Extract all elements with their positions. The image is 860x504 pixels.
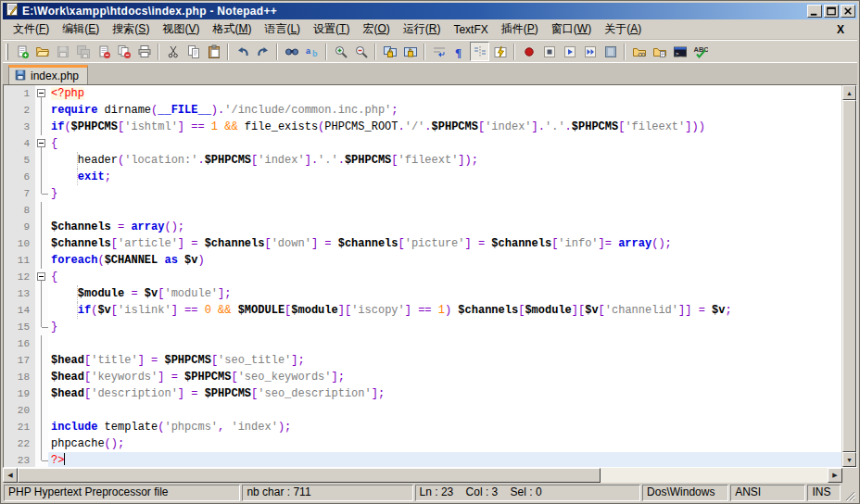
scroll-right-arrow[interactable]: ▶: [828, 468, 842, 483]
menu-item-edit[interactable]: 编辑(E): [56, 19, 106, 40]
code-line-14[interactable]: 14 if($v['islink'] == 0 && $MODULE[$modu…: [4, 302, 841, 319]
code-text[interactable]: if($PHPCMS['ishtml'] == 1 && file_exists…: [48, 119, 841, 135]
code-area[interactable]: 1<?php2require dirname(__FILE__).'/inclu…: [4, 85, 841, 467]
code-line-5[interactable]: 5 header('location:'.$PHPCMS['index'].'.…: [4, 152, 841, 169]
code-text[interactable]: if($v['islink'] == 0 && $MODULE[$module]…: [48, 302, 841, 319]
code-line-11[interactable]: 11foreach($CHANNEL as $v): [4, 252, 841, 269]
close-file-button[interactable]: [94, 42, 113, 61]
open-file-button[interactable]: [32, 42, 52, 61]
stop-macro-button[interactable]: [539, 42, 559, 61]
scroll-up-arrow[interactable]: ▲: [842, 85, 856, 100]
undo-button[interactable]: [233, 42, 252, 61]
spell-check-button[interactable]: ABC: [690, 42, 710, 61]
scroll-down-arrow[interactable]: ▼: [842, 452, 856, 467]
menu-item-about[interactable]: 关于(A): [598, 19, 648, 40]
resize-grip[interactable]: [842, 485, 855, 501]
tab-index-php[interactable]: index.php: [8, 65, 88, 84]
menu-item-window[interactable]: 窗口(W): [545, 19, 598, 40]
menubar-close-document-x[interactable]: X: [828, 23, 854, 36]
code-text[interactable]: [48, 402, 841, 419]
code-line-22[interactable]: 22phpcache();: [4, 435, 841, 452]
menu-item-language[interactable]: 语言(L): [258, 19, 307, 40]
code-line-9[interactable]: 9$channels = array();: [4, 219, 841, 235]
open-containing-folder-button[interactable]: [629, 42, 649, 61]
menu-item-plugins[interactable]: 插件(P): [495, 19, 545, 40]
menu-item-file[interactable]: 文件(F): [6, 19, 56, 40]
fold-toggle[interactable]: [35, 85, 48, 102]
code-line-21[interactable]: 21include template('phpcms', 'index');: [4, 419, 841, 435]
code-text[interactable]: $head['description'] = $PHPCMS['seo_desc…: [48, 385, 841, 402]
code-text[interactable]: [48, 335, 841, 352]
code-line-17[interactable]: 17$head['title'] = $PHPCMS['seo_title'];: [4, 352, 841, 369]
horizontal-scroll-track[interactable]: [18, 468, 828, 483]
fold-toggle[interactable]: [35, 269, 48, 285]
code-line-7[interactable]: 7}: [4, 185, 841, 202]
show-indent-guide-button[interactable]: [470, 42, 489, 61]
scroll-left-arrow[interactable]: ◀: [3, 468, 18, 483]
code-line-12[interactable]: 12{: [4, 269, 841, 285]
code-text[interactable]: ?>: [48, 452, 841, 467]
code-line-4[interactable]: 4{: [4, 135, 841, 152]
code-text[interactable]: }: [48, 185, 841, 202]
vertical-scroll-track[interactable]: [842, 100, 856, 452]
print-button[interactable]: [134, 42, 154, 61]
record-macro-button[interactable]: [519, 42, 538, 61]
code-line-16[interactable]: 16: [4, 335, 841, 352]
open-document-folder-button[interactable]: [650, 42, 669, 61]
maximize-button[interactable]: [824, 5, 839, 18]
show-all-characters-button[interactable]: ¶: [449, 42, 469, 61]
code-line-20[interactable]: 20: [4, 402, 841, 419]
code-text[interactable]: }: [48, 319, 841, 335]
vertical-scroll-thumb[interactable]: [842, 100, 856, 452]
code-text[interactable]: $head['keywords'] = $PHPCMS['seo_keyword…: [48, 369, 841, 385]
code-line-3[interactable]: 3if($PHPCMS['ishtml'] == 1 && file_exist…: [4, 119, 841, 135]
find-button[interactable]: [282, 42, 301, 61]
code-text[interactable]: {: [48, 135, 841, 152]
code-text[interactable]: header('location:'.$PHPCMS['index'].'.'.…: [48, 152, 841, 169]
launch-console-button[interactable]: >_: [670, 42, 689, 61]
minimize-button[interactable]: [807, 5, 822, 18]
paste-button[interactable]: [204, 42, 223, 61]
cut-button[interactable]: [163, 42, 183, 61]
code-text[interactable]: phpcache();: [48, 435, 841, 452]
code-line-10[interactable]: 10$channels['article'] = $channels['down…: [4, 235, 841, 252]
code-text[interactable]: include template('phpcms', 'index');: [48, 419, 841, 435]
code-line-8[interactable]: 8: [4, 202, 841, 219]
toolbar-grip-handle[interactable]: [6, 44, 8, 60]
code-text[interactable]: $module = $v['module'];: [48, 285, 841, 302]
save-all-button[interactable]: [73, 42, 93, 61]
title-bar[interactable]: E:\Work\xampp\htdocs\index.php - Notepad…: [3, 3, 857, 19]
code-text[interactable]: foreach($CHANNEL as $v): [48, 252, 841, 269]
code-text[interactable]: $head['title'] = $PHPCMS['seo_title'];: [48, 352, 841, 369]
copy-button[interactable]: [183, 42, 203, 61]
save-macro-button[interactable]: [601, 42, 620, 61]
save-button[interactable]: [53, 42, 72, 61]
sync-vertical-scroll-button[interactable]: [380, 42, 399, 61]
menu-item-macro[interactable]: 宏(O): [356, 19, 396, 40]
fold-toggle[interactable]: [35, 135, 48, 152]
menu-item-view[interactable]: 视图(V): [156, 19, 206, 40]
code-text[interactable]: <?php: [48, 85, 841, 102]
highlight-brace-button[interactable]: [490, 42, 510, 61]
close-all-button[interactable]: [114, 42, 133, 61]
code-line-1[interactable]: 1<?php: [4, 85, 841, 102]
zoom-in-button[interactable]: [331, 42, 350, 61]
code-line-6[interactable]: 6 exit;: [4, 169, 841, 185]
horizontal-scroll-thumb[interactable]: [18, 468, 601, 483]
word-wrap-button[interactable]: [429, 42, 449, 61]
replace-button[interactable]: ab: [302, 42, 322, 61]
code-line-2[interactable]: 2require dirname(__FILE__).'/include/com…: [4, 102, 841, 119]
menu-item-format[interactable]: 格式(M): [206, 19, 258, 40]
menu-item-settings[interactable]: 设置(T): [307, 19, 356, 40]
code-text[interactable]: {: [48, 269, 841, 285]
close-button[interactable]: [841, 5, 855, 18]
code-text[interactable]: $channels = array();: [48, 219, 841, 235]
menu-item-search[interactable]: 搜索(S): [106, 19, 156, 40]
code-line-18[interactable]: 18$head['keywords'] = $PHPCMS['seo_keywo…: [4, 369, 841, 385]
code-line-15[interactable]: 15}: [4, 319, 841, 335]
menu-item-run[interactable]: 运行(R): [397, 19, 448, 40]
run-macro-multiple-button[interactable]: [580, 42, 600, 61]
code-line-13[interactable]: 13 $module = $v['module'];: [4, 285, 841, 302]
code-text[interactable]: [48, 202, 841, 219]
code-text[interactable]: $channels['article'] = $channels['down']…: [48, 235, 841, 252]
